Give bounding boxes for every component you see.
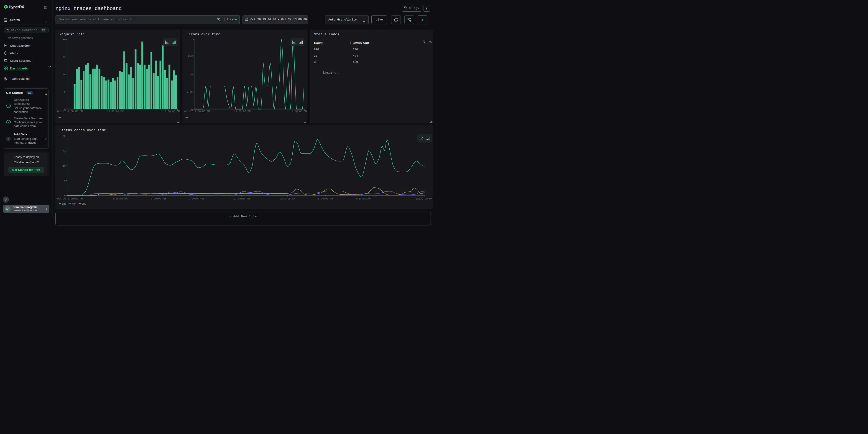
svg-text:24: 24 bbox=[63, 150, 66, 153]
svg-text:27: 27 bbox=[63, 56, 66, 59]
svg-text:Oct 26 1:00:00 PM: Oct 26 1:00:00 PM bbox=[57, 197, 83, 200]
svg-text:12:30:00 PM: 12:30:00 PM bbox=[163, 110, 180, 113]
svg-text:12:30:00 AM: 12:30:00 AM bbox=[234, 197, 250, 200]
svg-text:8:30:00 AM: 8:30:00 AM bbox=[355, 197, 370, 200]
svg-text:11:30:00 PM: 11:30:00 PM bbox=[234, 110, 251, 113]
svg-text:Oct 26 1:00:00 PM: Oct 26 1:00:00 PM bbox=[184, 110, 210, 113]
svg-text:0.75: 0.75 bbox=[187, 91, 193, 93]
svg-text:2.3: 2.3 bbox=[188, 55, 193, 57]
svg-text:404: 404 bbox=[72, 203, 76, 206]
svg-text:11:30:00 PM: 11:30:00 PM bbox=[107, 110, 124, 113]
svg-text:3: 3 bbox=[191, 38, 193, 41]
svg-text:6:00:00 AM: 6:00:00 AM bbox=[318, 197, 333, 200]
svg-text:0: 0 bbox=[64, 194, 66, 197]
svg-text:200: 200 bbox=[62, 203, 66, 206]
svg-text:500: 500 bbox=[82, 203, 86, 206]
svg-text:8: 8 bbox=[64, 179, 66, 182]
svg-text:3:30:00 AM: 3:30:00 AM bbox=[280, 197, 295, 200]
svg-text:16: 16 bbox=[63, 165, 66, 167]
svg-text:12:30:00 PM: 12:30:00 PM bbox=[415, 197, 432, 200]
svg-text:4:30:00 PM: 4:30:00 PM bbox=[113, 197, 127, 200]
svg-text:9: 9 bbox=[64, 91, 66, 93]
svg-text:12:30:00 PM: 12:30:00 PM bbox=[290, 110, 307, 113]
svg-text:7:00:00 PM: 7:00:00 PM bbox=[151, 197, 166, 200]
svg-text:9:30:00 PM: 9:30:00 PM bbox=[189, 197, 204, 200]
svg-text:36: 36 bbox=[63, 38, 66, 41]
svg-text:Oct 26 1:00:00 PM: Oct 26 1:00:00 PM bbox=[57, 110, 83, 113]
svg-text:1.5: 1.5 bbox=[188, 73, 193, 76]
svg-text:18: 18 bbox=[63, 73, 66, 76]
svg-text:32: 32 bbox=[63, 135, 66, 137]
